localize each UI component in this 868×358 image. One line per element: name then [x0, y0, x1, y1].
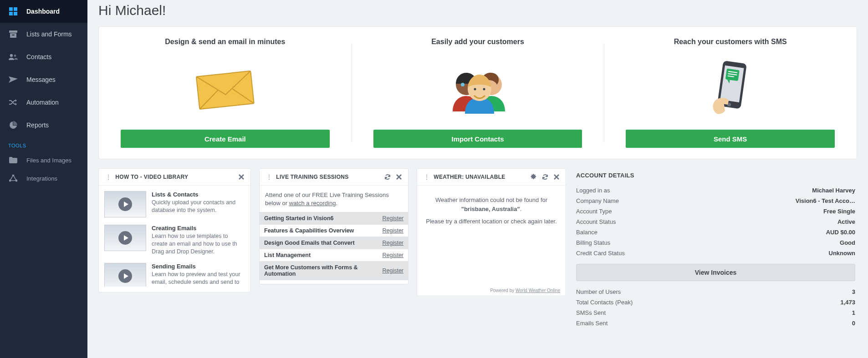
- svg-point-19: [483, 88, 485, 91]
- people-icon: [8, 52, 18, 62]
- hero-panel: Design & send an email in minutes Create…: [98, 26, 857, 159]
- video-item[interactable]: Sending EmailsLearn how to preview and t…: [104, 263, 242, 287]
- nav-label: Integrations: [26, 175, 57, 182]
- nav-automation[interactable]: Automation: [0, 91, 87, 114]
- dashboard-icon: [8, 6, 18, 16]
- training-session: Getting Started in Vision6Register: [260, 212, 408, 225]
- video-item[interactable]: Creating EmailsLearn how to use template…: [104, 225, 242, 256]
- video-thumbnail[interactable]: [104, 191, 146, 217]
- video-thumbnail[interactable]: [104, 225, 146, 251]
- svg-rect-2: [10, 12, 12, 15]
- account-row: Emails Sent0: [576, 318, 855, 328]
- weather-card: ⋮ WEATHER: UNAVAILABLE Weather informati…: [417, 168, 566, 296]
- sidebar: Dashboard Lists and Forms Contacts Messa…: [0, 0, 87, 358]
- training-session: List ManagementRegister: [260, 249, 408, 262]
- svg-point-10: [15, 180, 17, 181]
- nav-label: Dashboard: [26, 8, 60, 15]
- watch-recording-link[interactable]: watch a recording: [289, 200, 336, 207]
- view-invoices-button[interactable]: View Invoices: [576, 264, 855, 281]
- nav-integrations[interactable]: Integrations: [0, 169, 87, 187]
- nav-label: Files and Images: [26, 157, 71, 164]
- hero-import-contacts: Easily add your customers Import Contact…: [352, 38, 604, 148]
- weather-message: Weather information could not be found f…: [417, 186, 566, 231]
- svg-point-11: [9, 180, 10, 181]
- main-content: Hi Michael! Design & send an email in mi…: [87, 0, 868, 358]
- nav-files-images[interactable]: Files and Images: [0, 151, 87, 169]
- account-row: Billing StatusGood: [576, 237, 855, 248]
- people-illustration: [373, 57, 582, 121]
- close-icon[interactable]: [554, 174, 559, 180]
- nav-label: Automation: [26, 99, 59, 106]
- send-icon: [8, 75, 18, 85]
- account-row: Number of Users3: [576, 287, 855, 297]
- nav-messages[interactable]: Messages: [0, 68, 87, 91]
- hero-title: Design & send an email in minutes: [121, 38, 330, 46]
- send-sms-button[interactable]: Send SMS: [626, 130, 835, 148]
- nav-reports[interactable]: Reports: [0, 114, 87, 136]
- video-title: Sending Emails: [152, 263, 242, 270]
- account-row: SMSs Sent1: [576, 308, 855, 318]
- hero-send-sms: Reach your customers with SMS Send SMS: [604, 38, 857, 148]
- card-title: HOW TO - VIDEO LIBRARY: [115, 174, 233, 180]
- close-icon[interactable]: [396, 174, 402, 180]
- nav-label: Reports: [26, 121, 49, 129]
- register-link[interactable]: Register: [382, 227, 403, 234]
- create-email-button[interactable]: Create Email: [121, 130, 330, 148]
- close-icon[interactable]: [239, 174, 244, 180]
- import-contacts-button[interactable]: Import Contacts: [373, 130, 582, 148]
- register-link[interactable]: Register: [382, 267, 403, 274]
- hero-title: Easily add your customers: [373, 38, 582, 46]
- account-row: Account StatusActive: [576, 217, 855, 227]
- video-title: Lists & Contacts: [152, 191, 242, 198]
- svg-rect-1: [14, 8, 17, 10]
- training-session: Get More Customers with Forms & Automati…: [260, 262, 408, 280]
- nav-dashboard[interactable]: Dashboard: [0, 0, 87, 23]
- integrations-icon: [8, 173, 18, 183]
- video-title: Creating Emails: [152, 225, 242, 232]
- nav-label: Lists and Forms: [26, 30, 72, 38]
- weather-provider-link[interactable]: World Weather Online: [516, 288, 560, 293]
- video-thumbnail[interactable]: [104, 263, 146, 287]
- nav-lists-forms[interactable]: Lists and Forms: [0, 23, 87, 45]
- svg-rect-0: [10, 8, 12, 10]
- pie-chart-icon: [8, 120, 18, 130]
- svg-point-8: [14, 55, 16, 57]
- svg-rect-6: [12, 35, 15, 35]
- account-row: Company NameVision6 - Test Acco…: [576, 196, 855, 206]
- account-title: ACCOUNT DETAILS: [576, 172, 855, 179]
- svg-point-18: [474, 88, 476, 91]
- nav-label: Messages: [26, 76, 56, 83]
- drag-handle-icon[interactable]: ⋮: [424, 173, 430, 181]
- svg-rect-22: [725, 68, 739, 81]
- phone-illustration: [626, 57, 835, 121]
- settings-icon[interactable]: [530, 174, 536, 180]
- archive-icon: [8, 29, 18, 39]
- video-item[interactable]: Lists & ContactsQuickly upload your cont…: [104, 191, 242, 217]
- nav-section-tools: TOOLS: [0, 136, 87, 151]
- drag-handle-icon[interactable]: ⋮: [266, 173, 272, 181]
- video-list[interactable]: Lists & ContactsQuickly upload your cont…: [104, 191, 245, 287]
- register-link[interactable]: Register: [382, 215, 403, 222]
- refresh-icon[interactable]: [542, 174, 548, 180]
- training-session: Event Management with Eventbrite + Visio…: [260, 280, 408, 284]
- svg-point-14: [461, 83, 465, 86]
- svg-rect-4: [9, 30, 17, 33]
- account-row: Total Contacts (Peak)1,473: [576, 297, 855, 308]
- video-desc: Learn how to preview and test your email…: [152, 271, 242, 287]
- hero-create-email: Design & send an email in minutes Create…: [99, 38, 352, 148]
- hero-title: Reach your customers with SMS: [626, 38, 835, 46]
- register-link[interactable]: Register: [382, 240, 403, 246]
- shuffle-icon: [8, 97, 18, 107]
- drag-handle-icon[interactable]: ⋮: [105, 173, 112, 181]
- card-title: LIVE TRAINING SESSIONS: [276, 174, 379, 180]
- training-card: ⋮ LIVE TRAINING SESSIONS Attend one of o…: [259, 168, 408, 284]
- nav-contacts[interactable]: Contacts: [0, 45, 87, 68]
- training-sessions-list[interactable]: Getting Started in Vision6Register Featu…: [260, 212, 408, 284]
- svg-point-9: [12, 175, 14, 176]
- envelope-illustration: [121, 57, 330, 121]
- nav-label: Contacts: [26, 53, 51, 61]
- video-desc: Quickly upload your contacts and databas…: [152, 199, 242, 214]
- register-link[interactable]: Register: [382, 252, 403, 258]
- training-session: Design Good Emails that ConvertRegister: [260, 237, 408, 249]
- refresh-icon[interactable]: [384, 174, 391, 180]
